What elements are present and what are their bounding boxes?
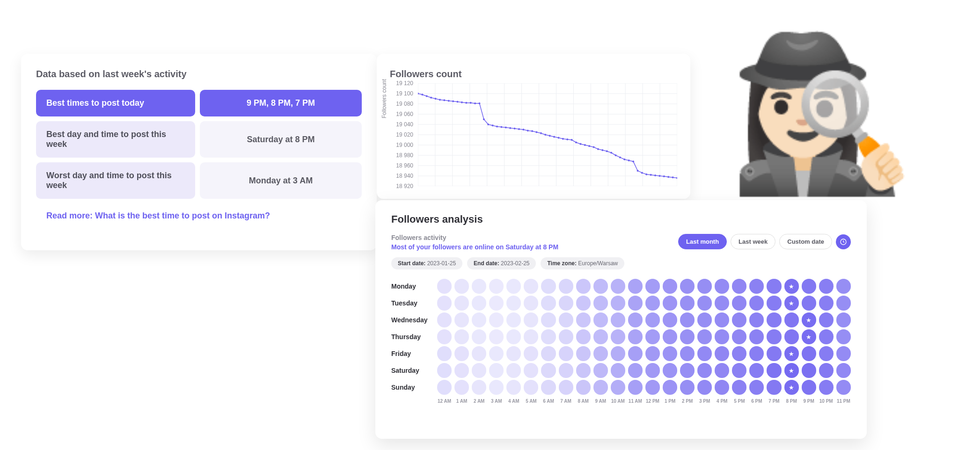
heatmap-cell[interactable]: ★ [784, 346, 799, 361]
heatmap-cell[interactable] [541, 296, 556, 310]
heatmap-cell[interactable] [802, 363, 816, 377]
heatmap-cell[interactable] [749, 329, 764, 344]
heatmap-cell[interactable] [680, 296, 695, 310]
heatmap-cell[interactable] [663, 279, 677, 293]
heatmap-cell[interactable] [437, 279, 452, 293]
readmore-link[interactable]: What is the best time to post on Instagr… [95, 211, 270, 220]
heatmap-cell[interactable]: ★ [784, 363, 799, 377]
last-month-button[interactable]: Last month [678, 234, 727, 249]
heatmap-cell[interactable] [819, 279, 834, 293]
heatmap-cell[interactable] [732, 380, 746, 394]
heatmap-cell[interactable] [767, 296, 781, 310]
heatmap-cell[interactable] [611, 363, 625, 377]
heatmap-cell[interactable] [697, 346, 712, 361]
heatmap-cell[interactable] [454, 346, 469, 361]
heatmap-cell[interactable] [645, 380, 660, 394]
heatmap-cell[interactable] [611, 312, 625, 327]
heatmap-cell[interactable] [472, 296, 486, 310]
heatmap-cell[interactable] [680, 346, 695, 361]
heatmap-cell[interactable]: ★ [784, 380, 799, 394]
heatmap-cell[interactable] [784, 329, 799, 344]
heatmap-cell[interactable] [749, 312, 764, 327]
heatmap-cell[interactable] [611, 380, 625, 394]
heatmap-cell[interactable] [489, 329, 504, 344]
heatmap-cell[interactable] [732, 312, 746, 327]
heatmap-cell[interactable] [559, 380, 573, 394]
heatmap-cell[interactable] [541, 380, 556, 394]
heatmap-cell[interactable] [732, 296, 746, 310]
heatmap-cell[interactable] [611, 296, 625, 310]
heatmap-cell[interactable] [663, 346, 677, 361]
heatmap-cell[interactable] [611, 346, 625, 361]
heatmap-cell[interactable] [454, 380, 469, 394]
heatmap-cell[interactable] [749, 380, 764, 394]
heatmap-cell[interactable] [680, 312, 695, 327]
heatmap-cell[interactable] [819, 296, 834, 310]
heatmap-cell[interactable] [506, 380, 521, 394]
heatmap-cell[interactable] [819, 329, 834, 344]
heatmap-cell[interactable] [576, 296, 591, 310]
heatmap-cell[interactable] [836, 296, 851, 310]
heatmap-cell[interactable] [697, 296, 712, 310]
heatmap-cell[interactable] [645, 312, 660, 327]
heatmap-cell[interactable] [506, 279, 521, 293]
heatmap-cell[interactable] [697, 380, 712, 394]
heatmap-cell[interactable] [802, 346, 816, 361]
heatmap-cell[interactable] [732, 363, 746, 377]
heatmap-cell[interactable] [524, 329, 538, 344]
heatmap-cell[interactable] [576, 363, 591, 377]
heatmap-cell[interactable] [802, 380, 816, 394]
heatmap-cell[interactable] [437, 380, 452, 394]
heatmap-cell[interactable] [506, 312, 521, 327]
heatmap-cell[interactable]: ★ [784, 296, 799, 310]
heatmap-cell[interactable] [489, 363, 504, 377]
heatmap-cell[interactable] [767, 329, 781, 344]
heatmap-cell[interactable] [524, 296, 538, 310]
heatmap-cell[interactable] [454, 296, 469, 310]
heatmap-cell[interactable] [489, 312, 504, 327]
heatmap-cell[interactable] [767, 279, 781, 293]
heatmap-cell[interactable]: ★ [784, 279, 799, 293]
heatmap-cell[interactable] [472, 312, 486, 327]
heatmap-cell[interactable]: ★ [802, 312, 816, 327]
heatmap-cell[interactable] [645, 363, 660, 377]
heatmap-cell[interactable] [611, 279, 625, 293]
heatmap-cell[interactable] [680, 380, 695, 394]
heatmap-cell[interactable] [506, 363, 521, 377]
heatmap-cell[interactable] [559, 329, 573, 344]
heatmap-cell[interactable] [628, 312, 643, 327]
heatmap-cell[interactable] [645, 279, 660, 293]
heatmap-cell[interactable] [680, 279, 695, 293]
heatmap-cell[interactable] [593, 279, 608, 293]
heatmap-cell[interactable] [697, 363, 712, 377]
heatmap-cell[interactable] [454, 279, 469, 293]
heatmap-cell[interactable] [576, 329, 591, 344]
heatmap-cell[interactable] [836, 312, 851, 327]
heatmap-cell[interactable] [437, 296, 452, 310]
heatmap-cell[interactable] [697, 329, 712, 344]
heatmap-cell[interactable] [489, 279, 504, 293]
heatmap-cell[interactable] [715, 329, 729, 344]
heatmap-cell[interactable] [663, 296, 677, 310]
heatmap-cell[interactable]: ★ [802, 329, 816, 344]
heatmap-cell[interactable] [541, 279, 556, 293]
heatmap-cell[interactable] [663, 380, 677, 394]
heatmap-cell[interactable] [524, 380, 538, 394]
heatmap-cell[interactable] [559, 296, 573, 310]
heatmap-cell[interactable] [715, 363, 729, 377]
heatmap-cell[interactable] [836, 380, 851, 394]
heatmap-cell[interactable] [559, 363, 573, 377]
heatmap-cell[interactable] [628, 329, 643, 344]
heatmap-cell[interactable] [715, 279, 729, 293]
heatmap-cell[interactable] [506, 346, 521, 361]
heatmap-cell[interactable] [819, 380, 834, 394]
heatmap-cell[interactable] [611, 329, 625, 344]
heatmap-cell[interactable] [524, 312, 538, 327]
heatmap-cell[interactable] [732, 329, 746, 344]
heatmap-cell[interactable] [697, 312, 712, 327]
heatmap-cell[interactable] [593, 363, 608, 377]
heatmap-cell[interactable] [576, 312, 591, 327]
heatmap-cell[interactable] [628, 346, 643, 361]
heatmap-cell[interactable] [454, 363, 469, 377]
heatmap-cell[interactable] [802, 279, 816, 293]
